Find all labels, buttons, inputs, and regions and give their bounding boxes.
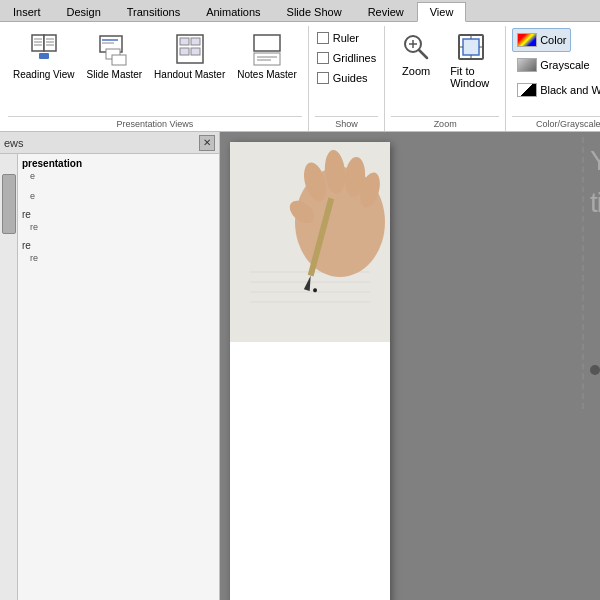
zoom-label: Zoom <box>391 116 499 129</box>
ribbon-group-presentation-views: Reading View Slide Master <box>4 26 309 131</box>
tab-design[interactable]: Design <box>54 1 114 21</box>
black-and-white-button[interactable]: Black and White <box>512 78 600 102</box>
ruler-checkbox[interactable]: Ruler <box>315 28 361 48</box>
ribbon-group-show: Ruler Gridlines Guides Show <box>311 26 385 131</box>
ribbon-group-zoom: Zoom Fit to Window <box>387 26 506 131</box>
panel-close-button[interactable]: ✕ <box>199 135 215 151</box>
reading-view-button[interactable]: Reading View <box>8 28 80 106</box>
slide-display: Your title Your Text here <box>220 132 600 600</box>
left-panel: ews ✕ presentation e e re re <box>0 132 220 600</box>
svg-rect-20 <box>254 53 280 65</box>
outline-item-4: re re <box>22 240 215 263</box>
tab-slideshow[interactable]: Slide Show <box>274 1 355 21</box>
slide-main-area: Your title Your Text here <box>590 137 600 409</box>
svg-rect-15 <box>180 38 189 45</box>
color-button[interactable]: Color <box>512 28 571 52</box>
guides-checkbox[interactable]: Guides <box>315 68 370 88</box>
svg-rect-1 <box>44 35 56 51</box>
fit-to-window-icon <box>455 31 487 65</box>
ribbon-content: Reading View Slide Master <box>0 22 600 131</box>
scrollbar-thumb[interactable] <box>2 174 16 234</box>
outline-title-1: presentation <box>22 158 215 169</box>
slide-list-area: presentation e e re re re re <box>18 154 219 600</box>
handout-master-button[interactable]: Handout Master <box>149 28 230 106</box>
slide-lower-area <box>230 342 390 600</box>
outline-title-3: re <box>22 209 215 220</box>
zoom-icon <box>400 31 432 65</box>
outline-title-4: re <box>22 240 215 251</box>
grayscale-swatch <box>517 58 537 72</box>
notes-master-button[interactable]: Notes Master <box>232 28 301 106</box>
bullet-point <box>590 365 600 375</box>
tab-view[interactable]: View <box>417 2 467 22</box>
color-items: Color Grayscale Black and White <box>512 28 600 114</box>
slide-bullet-area: Your Text here <box>590 331 600 409</box>
reading-view-icon <box>26 31 62 67</box>
outline-sub-2a: e <box>30 191 215 201</box>
show-items: Ruler Gridlines Guides <box>315 28 378 114</box>
slide-title: Your title <box>590 137 600 221</box>
outline-sub-1a: e <box>30 171 215 181</box>
svg-line-24 <box>419 50 427 58</box>
svg-rect-16 <box>191 38 200 45</box>
handout-master-icon <box>172 31 208 67</box>
bw-swatch <box>517 83 537 97</box>
zoom-button[interactable]: Zoom <box>391 28 441 106</box>
svg-rect-8 <box>39 53 49 59</box>
main-content: ews ✕ presentation e e re re <box>0 132 600 600</box>
outline-sub-4a: re <box>30 253 215 263</box>
slide-image-svg <box>230 142 390 342</box>
panel-header: ews ✕ <box>0 132 219 154</box>
slide-master-button[interactable]: Slide Master <box>82 28 148 106</box>
gridlines-checkbox[interactable]: Gridlines <box>315 48 378 68</box>
outline-sub-3a: re <box>30 222 215 232</box>
ruler-check-box <box>317 32 329 44</box>
presentation-views-label: Presentation Views <box>8 116 302 129</box>
tab-bar: Insert Design Transitions Animations Sli… <box>0 0 600 22</box>
notes-master-icon <box>249 31 285 67</box>
svg-rect-11 <box>112 55 126 65</box>
ribbon: Reading View Slide Master <box>0 22 600 132</box>
slide-master-icon <box>96 31 132 67</box>
right-content: Your title Your Text here <box>220 132 600 600</box>
outline-item-3: re re <box>22 209 215 232</box>
presentation-views-items: Reading View Slide Master <box>8 28 302 114</box>
svg-rect-28 <box>463 39 479 55</box>
gridlines-check-box <box>317 52 329 64</box>
svg-rect-0 <box>32 35 44 51</box>
tab-transitions[interactable]: Transitions <box>114 1 193 21</box>
grayscale-button[interactable]: Grayscale <box>512 53 595 77</box>
color-swatch <box>517 33 537 47</box>
tab-animations[interactable]: Animations <box>193 1 273 21</box>
tab-review[interactable]: Review <box>355 1 417 21</box>
svg-rect-17 <box>180 48 189 55</box>
slide-image-area <box>230 142 390 342</box>
color-grayscale-label: Color/Grayscale <box>512 116 600 129</box>
guides-check-box <box>317 72 329 84</box>
show-label: Show <box>315 116 378 129</box>
scrollbar[interactable] <box>0 154 18 600</box>
slide-border-dashed <box>582 137 584 409</box>
svg-rect-19 <box>254 35 280 51</box>
outline-item-1: presentation e <box>22 158 215 181</box>
slides-panel: presentation e e re re re re <box>0 154 219 600</box>
tab-insert[interactable]: Insert <box>0 1 54 21</box>
svg-rect-18 <box>191 48 200 55</box>
panel-title: ews <box>4 137 24 149</box>
outline-item-2: e <box>22 191 215 201</box>
fit-to-window-button[interactable]: Fit to Window <box>443 28 499 106</box>
ribbon-group-color-grayscale: Color Grayscale Black and White Color/Gr… <box>508 26 600 131</box>
slide-page <box>230 142 390 600</box>
zoom-items: Zoom Fit to Window <box>391 28 499 114</box>
